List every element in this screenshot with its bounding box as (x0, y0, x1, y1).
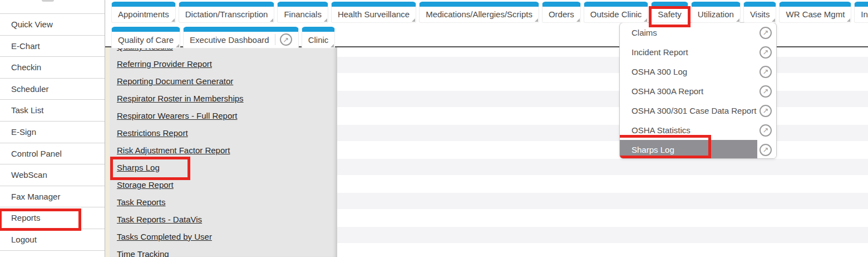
report-link-referring-provider-report[interactable]: Referring Provider Report (110, 55, 337, 72)
tab-clinic[interactable]: Clinic (302, 27, 336, 49)
sidebar-item-e-chart[interactable]: E-Chart (0, 36, 105, 57)
sidebar-item-webscan[interactable]: WebScan (0, 164, 105, 186)
arrow-glyph: ↗ (763, 68, 769, 75)
report-link-tasks-completed-by-user[interactable]: Tasks Completed by User (110, 228, 337, 245)
sidebar-item-checkin[interactable]: Checkin (0, 57, 105, 79)
report-link-risk-adjustment-factor-report[interactable]: Risk Adjustment Factor Report (110, 142, 337, 159)
tab-label: Quality of Care (118, 35, 174, 45)
sidebar-item-control-panel[interactable]: Control Panel (0, 143, 105, 165)
tab-label: Utilization (698, 9, 734, 20)
tab-health-surveillance[interactable]: Health Surveillance (331, 2, 416, 23)
sidebar-item-quick-view[interactable]: Quick View (0, 14, 105, 36)
tab-wr-case-mgmt[interactable]: WR Case Mgmt (779, 2, 851, 23)
arrow-glyph: ↗ (763, 49, 769, 56)
tab-label: Outside Clinic (590, 9, 642, 20)
menu-item-osha-statistics[interactable]: OSHA Statistics ↗ (620, 120, 776, 140)
tab-medications-allergies-scripts[interactable]: Medications/Allergies/Scripts (419, 2, 539, 23)
tab-row-2: Quality of Care Executive Dashboard ↗ Cl… (105, 23, 868, 49)
sidebar-item-e-sign[interactable]: E-Sign (0, 122, 105, 143)
tab-visits[interactable]: Visits (743, 2, 777, 23)
arrow-glyph: ↗ (763, 107, 769, 114)
external-link-icon[interactable]: ↗ (760, 105, 772, 117)
tab-outside-clinic[interactable]: Outside Clinic (584, 2, 649, 23)
menu-item-sharps-log[interactable]: Sharps Log ↗ (620, 140, 776, 159)
report-link-quality-results[interactable]: Quality Results (110, 47, 337, 55)
sidebar-item-task-list[interactable]: Task List (0, 100, 105, 122)
report-link-respirator-wearers-full-report[interactable]: Respirator Wearers - Full Report (110, 107, 337, 124)
external-link-icon[interactable]: ↗ (760, 66, 772, 78)
report-link-time-tracking[interactable]: Time Tracking (110, 245, 337, 257)
menu-item-osha-300-301-case-data-report[interactable]: OSHA 300/301 Case Data Report ↗ (620, 101, 776, 120)
menu-item-osha-300a-report[interactable]: OSHA 300A Report ↗ (620, 81, 776, 101)
tab-dictation-transcription[interactable]: Dictation/Transcription (179, 2, 275, 23)
external-link-icon[interactable]: ↗ (760, 124, 772, 137)
tab-label: WR Case Mgmt (786, 9, 845, 20)
tab-label: Safety (658, 9, 682, 20)
tab-label: Executive Dashboard (190, 35, 269, 45)
report-link-reporting-document-generator[interactable]: Reporting Document Generator (110, 72, 337, 90)
tab-label: Clinic (308, 35, 329, 45)
menu-item-label: OSHA Statistics (632, 125, 760, 135)
tab-safety[interactable]: Safety (651, 2, 688, 23)
tab-label: Industrial Hygiene (861, 9, 868, 20)
tab-label: Financials (284, 9, 322, 20)
sidebar-item-label: Reports (11, 213, 41, 222)
tab-label: Health Surveillance (338, 9, 410, 20)
tab-orders[interactable]: Orders (542, 2, 581, 23)
report-link-task-reports[interactable]: Task Reports (110, 193, 337, 211)
tab-industrial-hygiene[interactable]: Industrial Hygiene (854, 2, 868, 23)
report-link-task-reports-datavis[interactable]: Task Reports - DataVis (110, 211, 337, 228)
menu-item-label: OSHA 300 Log (632, 67, 760, 76)
report-link-label: Sharps Log (117, 163, 160, 172)
tab-utilization[interactable]: Utilization (691, 2, 741, 23)
sidebar-partial-row (0, 0, 105, 14)
content-area (337, 47, 868, 257)
tab-row-1: Appointments Dictation/Transcription Fin… (105, 0, 868, 23)
tab-label: Medications/Allergies/Scripts (426, 9, 532, 20)
report-link-sharps-log[interactable]: Sharps Log (110, 159, 337, 176)
page-gutter (105, 47, 110, 257)
sidebar-item-scheduler[interactable]: Scheduler (0, 79, 105, 100)
arrow-glyph: ↗ (283, 36, 289, 43)
report-link-storage-report[interactable]: Storage Report (110, 176, 337, 193)
menu-item-label: Incident Report (632, 47, 760, 57)
tab-quality-of-care[interactable]: Quality of Care (111, 27, 180, 49)
reports-link-panel: Quality Results Referring Provider Repor… (110, 47, 337, 257)
tab-strip: Appointments Dictation/Transcription Fin… (105, 0, 868, 46)
tab-label: Orders (549, 9, 574, 20)
menu-item-osha-300-log[interactable]: OSHA 300 Log ↗ (620, 62, 776, 81)
tab-label: Dictation/Transcription (185, 9, 268, 20)
sidebar: Quick View E-Chart Checkin Scheduler Tas… (0, 0, 105, 257)
tab-financials[interactable]: Financials (277, 2, 328, 23)
external-link-icon[interactable]: ↗ (280, 33, 292, 46)
scroll-fragment (42, 0, 54, 2)
external-link-icon[interactable]: ↗ (760, 144, 772, 156)
menu-item-label: Sharps Log (632, 145, 760, 154)
menu-item-label: OSHA 300/301 Case Data Report (632, 106, 760, 115)
report-link-restrictions-report[interactable]: Restrictions Report (110, 124, 337, 142)
tab-icon-divider (275, 34, 275, 45)
tab-label: Visits (750, 9, 770, 20)
menu-item-label: OSHA 300A Report (632, 86, 760, 96)
tab-executive-dashboard[interactable]: Executive Dashboard ↗ (183, 27, 299, 49)
tab-label: Appointments (118, 9, 169, 20)
sidebar-item-fax-manager[interactable]: Fax Manager (0, 186, 105, 208)
app-window: Quick View E-Chart Checkin Scheduler Tas… (0, 0, 868, 257)
report-link-respirator-roster-in-memberships[interactable]: Respirator Roster in Memberships (110, 90, 337, 107)
external-link-icon[interactable]: ↗ (760, 85, 772, 98)
arrow-glyph: ↗ (763, 127, 769, 134)
sidebar-item-reports[interactable]: Reports (0, 207, 105, 229)
arrow-glyph: ↗ (763, 88, 769, 95)
tab-appointments[interactable]: Appointments (111, 2, 176, 23)
arrow-glyph: ↗ (763, 146, 769, 153)
sidebar-item-logout[interactable]: Logout (0, 229, 105, 251)
